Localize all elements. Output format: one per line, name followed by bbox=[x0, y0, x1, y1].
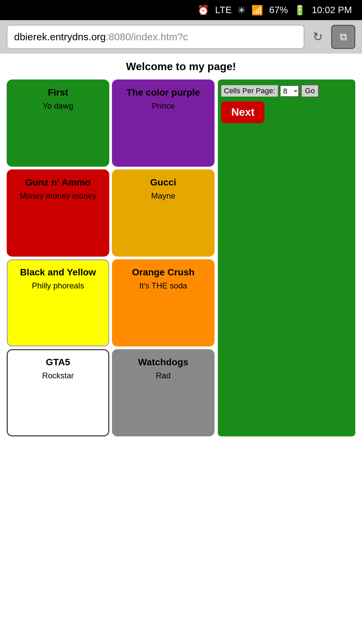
cell-subtitle: Prince bbox=[152, 101, 175, 111]
url-bar[interactable]: dbierek.entrydns.org :8080/index.htm?c bbox=[7, 25, 304, 49]
signal-icon: ✳ bbox=[238, 5, 245, 16]
url-path: :8080/index.htm?c bbox=[106, 31, 188, 43]
cell-grid: First Yo dawg The color purple Prince Gu… bbox=[7, 79, 215, 436]
signal-bars-icon: 📶 bbox=[251, 5, 263, 16]
cell-title: Orange Crush bbox=[132, 267, 195, 278]
reload-button[interactable]: ↻ bbox=[308, 27, 328, 47]
cell-item[interactable]: Orange Crush It's THE soda bbox=[112, 259, 215, 346]
page-content: Welcome to my page! First Yo dawg The co… bbox=[0, 54, 362, 443]
cells-per-page-row: Cells Per Page: 481216 Go bbox=[221, 85, 319, 97]
cell-item[interactable]: GTA5 Rockstar bbox=[7, 349, 109, 436]
cells-per-page-label: Cells Per Page: bbox=[221, 85, 278, 97]
cell-subtitle: It's THE soda bbox=[139, 281, 187, 290]
battery-icon: 🔋 bbox=[294, 5, 306, 16]
main-layout: First Yo dawg The color purple Prince Gu… bbox=[7, 79, 355, 436]
go-button[interactable]: Go bbox=[301, 85, 319, 97]
cell-item[interactable]: The color purple Prince bbox=[112, 79, 215, 167]
cell-item[interactable]: Gunz n' Ammo Money money money bbox=[7, 169, 109, 257]
cell-subtitle: Mayne bbox=[151, 191, 175, 201]
url-domain: dbierek.entrydns.org bbox=[14, 31, 106, 43]
cell-title: Black and Yellow bbox=[20, 267, 96, 278]
cell-title: Watchdogs bbox=[138, 357, 188, 368]
cell-subtitle: Philly phoreals bbox=[32, 281, 84, 290]
lte-label: LTE bbox=[215, 5, 232, 15]
cell-subtitle: Rockstar bbox=[42, 371, 74, 380]
cell-title: GTA5 bbox=[46, 357, 70, 368]
browser-bar: dbierek.entrydns.org :8080/index.htm?c ↻… bbox=[0, 20, 362, 54]
status-bar: ⏰ LTE ✳ 📶 67% 🔋 10:02 PM bbox=[0, 0, 362, 20]
cell-item[interactable]: Black and Yellow Philly phoreals bbox=[7, 259, 109, 346]
next-button[interactable]: Next bbox=[221, 101, 264, 123]
sidebar: Cells Per Page: 481216 Go Next bbox=[218, 79, 355, 436]
time-label: 10:02 PM bbox=[312, 5, 352, 15]
page-title: Welcome to my page! bbox=[7, 60, 355, 73]
cell-subtitle: Rad bbox=[156, 371, 171, 380]
cell-item[interactable]: Gucci Mayne bbox=[112, 169, 215, 257]
cell-title: The color purple bbox=[126, 87, 200, 98]
cells-per-page-select[interactable]: 481216 bbox=[280, 85, 299, 97]
cell-item[interactable]: Watchdogs Rad bbox=[112, 349, 215, 436]
cell-item[interactable]: First Yo dawg bbox=[7, 79, 109, 167]
tab-switcher-button[interactable]: ⧉ bbox=[331, 25, 355, 49]
cell-subtitle: Yo dawg bbox=[43, 101, 73, 111]
alarm-icon: ⏰ bbox=[197, 5, 209, 16]
cell-title: First bbox=[48, 87, 68, 98]
battery-label: 67% bbox=[269, 5, 288, 15]
cell-title: Gunz n' Ammo bbox=[25, 177, 90, 188]
cell-title: Gucci bbox=[150, 177, 176, 188]
cell-subtitle: Money money money bbox=[19, 191, 96, 201]
